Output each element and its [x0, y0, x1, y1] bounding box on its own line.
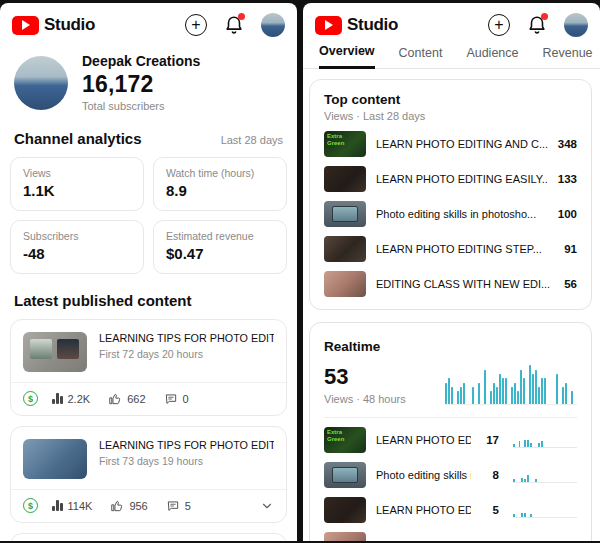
channel-name: Deepak Creations [82, 53, 200, 69]
comment-icon [164, 392, 178, 406]
video-thumbnail: Extra Green [324, 131, 366, 157]
youtube-studio-logo[interactable]: Studio [315, 15, 398, 35]
realtime-row-sparkline [513, 467, 577, 483]
video-thumbnail [23, 439, 87, 479]
realtime-row-sparkline [513, 537, 577, 541]
top-content-row[interactable]: LEARN PHOTO EDITING EASILY... 133 [324, 166, 577, 192]
analytics-icon [52, 393, 63, 404]
notification-dot [238, 13, 245, 20]
realtime-bar-chart [445, 361, 577, 405]
analytics-cards: Views 1.1K Watch time (hours) 8.9 Subscr… [0, 147, 297, 274]
realtime-row[interactable]: EDITING CLASS WIT... 5 [324, 532, 577, 541]
comment-icon [166, 499, 180, 513]
notifications-bell-icon[interactable] [223, 14, 245, 36]
brand-label: Studio [347, 15, 398, 35]
subscriber-count: 16,172 [82, 71, 200, 98]
tab-revenue[interactable]: Revenue [543, 46, 593, 68]
top-content-card: Top content Views · Last 28 days Extra G… [309, 79, 592, 310]
like-icon [108, 392, 122, 406]
youtube-studio-logo[interactable]: Studio [12, 15, 95, 35]
screenshot-stage: Studio + Deepak Creations 16,172 Total s… [0, 0, 600, 543]
realtime-views-count: 53 [324, 364, 406, 390]
top-content-row[interactable]: LEARN PHOTO EDITING STEP... 91 [324, 236, 577, 262]
realtime-row-sparkline [513, 502, 577, 518]
tab-overview[interactable]: Overview [319, 44, 375, 69]
realtime-row[interactable]: Extra Green LEARN PHOTO EDITI... 17 [324, 427, 577, 453]
top-content-title: Top content [324, 92, 577, 107]
video-thumbnail [324, 166, 366, 192]
brand-label: Studio [44, 15, 95, 35]
tab-audience[interactable]: Audience [466, 46, 518, 68]
notification-dot [541, 13, 548, 20]
video-thumbnail: Extra Green [324, 427, 366, 453]
watch-time-card[interactable]: Watch time (hours) 8.9 [153, 157, 287, 211]
latest-content-title: Latest published content [14, 292, 192, 309]
revenue-card[interactable]: Estimated revenue $0.47 [153, 220, 287, 274]
top-content-row[interactable]: Extra Green LEARN PHOTO EDITING AND C...… [324, 131, 577, 157]
like-icon [110, 499, 124, 513]
panel-divider [297, 0, 303, 543]
video-thumbnail [324, 462, 366, 488]
notifications-bell-icon[interactable] [526, 14, 548, 36]
analytics-overview-panel: Studio + Overview Content Audience Reven… [303, 3, 600, 541]
channel-summary[interactable]: Deepak Creations 16,172 Total subscriber… [0, 39, 297, 112]
video-thumbnail [324, 236, 366, 262]
realtime-card: Realtime 53 Views · 48 hours Extra Green… [309, 322, 592, 541]
chevron-down-icon[interactable] [260, 499, 274, 513]
channel-analytics-title: Channel analytics [14, 130, 142, 147]
studio-dashboard-panel: Studio + Deepak Creations 16,172 Total s… [0, 3, 297, 541]
monetization-icon: $ [23, 391, 38, 406]
app-header: Studio + [0, 3, 297, 39]
create-plus-icon[interactable]: + [185, 14, 207, 36]
analytics-tabs: Overview Content Audience Revenue Tre [303, 39, 600, 69]
analytics-icon [52, 500, 63, 511]
app-header: Studio + [303, 3, 600, 39]
realtime-row[interactable]: Photo editing skills i... 8 [324, 462, 577, 488]
create-plus-icon[interactable]: + [488, 14, 510, 36]
top-content-subtitle: Views · Last 28 days [324, 110, 577, 122]
video-thumbnail [324, 497, 366, 523]
monetization-icon: $ [23, 498, 38, 513]
tab-content[interactable]: Content [399, 46, 443, 68]
video-thumbnail [23, 332, 87, 372]
video-thumbnail [324, 271, 366, 297]
youtube-play-icon [12, 16, 39, 35]
realtime-subtitle: Views · 48 hours [324, 393, 406, 405]
top-content-row[interactable]: EDITING CLASS WITH NEW EDI... 56 [324, 271, 577, 297]
realtime-title: Realtime [324, 339, 577, 354]
latest-video-card[interactable]: LEARNING TIPS FOR PHOTO EDITIN... First … [10, 319, 287, 416]
latest-video-card[interactable]: LEARNING TIPS FOR PHOTO EDITIN... First … [10, 533, 287, 541]
subscribers-card[interactable]: Subscribers -48 [10, 220, 144, 274]
youtube-play-icon [315, 16, 342, 35]
subscriber-label: Total subscribers [82, 100, 200, 112]
realtime-row[interactable]: LEARN PHOTO EDITI... 5 [324, 497, 577, 523]
analytics-period: Last 28 days [221, 134, 283, 146]
account-avatar[interactable] [261, 13, 285, 37]
views-card[interactable]: Views 1.1K [10, 157, 144, 211]
video-thumbnail [324, 201, 366, 227]
realtime-row-sparkline [513, 432, 577, 448]
video-thumbnail [324, 532, 366, 541]
top-content-row[interactable]: Photo editing skills in photosho... 100 [324, 201, 577, 227]
latest-video-card[interactable]: LEARNING TIPS FOR PHOTO EDITIN... First … [10, 426, 287, 523]
account-avatar[interactable] [564, 13, 588, 37]
channel-avatar [14, 56, 68, 110]
